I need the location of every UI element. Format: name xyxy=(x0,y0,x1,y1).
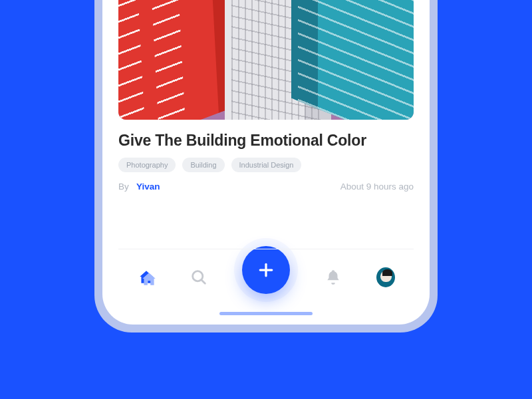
tab-search[interactable] xyxy=(190,268,208,287)
avatar[interactable] xyxy=(376,267,395,287)
tab-bar xyxy=(102,253,430,302)
tab-profile[interactable] xyxy=(376,268,395,287)
tag-building[interactable]: Building xyxy=(182,158,224,172)
post-time: About 9 hours ago xyxy=(340,182,414,192)
tab-notifications[interactable] xyxy=(324,268,342,287)
search-icon xyxy=(190,268,208,287)
building-red xyxy=(118,0,239,120)
post-author-line[interactable]: By Yivan xyxy=(118,182,160,192)
home-icon-shadow xyxy=(140,271,158,288)
post-hero-image[interactable] xyxy=(118,0,414,120)
post-tags: Photography Building Industrial Design xyxy=(118,158,414,172)
home-indicator[interactable] xyxy=(219,312,313,315)
by-label: By xyxy=(118,182,129,192)
post-title[interactable]: Give The Building Emotional Color xyxy=(118,132,414,150)
tag-industrial-design[interactable]: Industrial Design xyxy=(231,158,302,172)
fab-add[interactable] xyxy=(242,246,290,294)
post-meta: By Yivan About 9 hours ago xyxy=(118,182,414,192)
plus-icon xyxy=(256,260,276,280)
tab-home[interactable] xyxy=(137,268,156,287)
post-author[interactable]: Yivan xyxy=(136,182,160,192)
phone-frame: Give The Building Emotional Color Photog… xyxy=(94,0,438,332)
feed-content: Give The Building Emotional Color Photog… xyxy=(102,0,430,192)
tag-photography[interactable]: Photography xyxy=(118,158,176,172)
screen: Give The Building Emotional Color Photog… xyxy=(102,0,430,325)
building-teal xyxy=(291,0,414,120)
svg-line-1 xyxy=(201,280,205,284)
bell-icon xyxy=(325,269,342,286)
